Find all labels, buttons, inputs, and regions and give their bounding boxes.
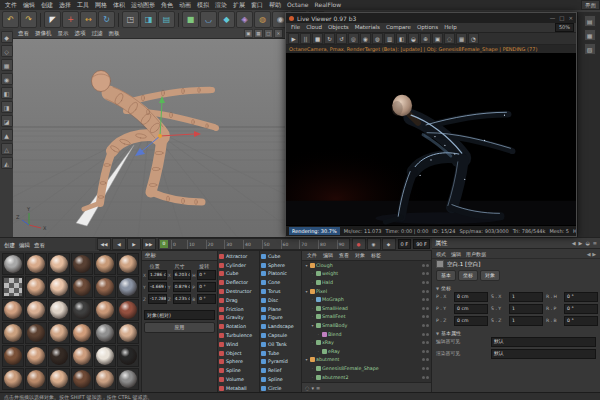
render-visibility-dot[interactable]: [426, 376, 429, 379]
kernel-settings-icon[interactable]: ▣: [432, 33, 443, 44]
render-region-icon[interactable]: ▥: [384, 33, 395, 44]
viewport-menu-item[interactable]: 过滤: [89, 29, 106, 38]
editor-visibility-dot[interactable]: [422, 264, 425, 267]
make-editable-icon[interactable]: ◆: [1, 31, 13, 43]
render-visibility-dot[interactable]: [426, 264, 429, 267]
deformer-icon[interactable]: ◈: [236, 11, 253, 28]
coordinates-mode-dropdown[interactable]: 对象(相对): [144, 310, 215, 320]
pick-object-icon[interactable]: ◍: [372, 33, 383, 44]
om-filter-icon[interactable]: ▾: [311, 385, 314, 391]
coord-system-icon[interactable]: ◳: [122, 11, 139, 28]
palette-item[interactable]: Cylinder: [219, 261, 258, 270]
render-settings-icon[interactable]: ▤: [158, 11, 175, 28]
palette-item[interactable]: Figure: [261, 314, 300, 323]
render-view-icon[interactable]: ◨: [140, 11, 157, 28]
autokey-icon[interactable]: ◉: [367, 238, 381, 250]
render-visibility-dot[interactable]: [426, 324, 429, 327]
palette-item[interactable]: Relief: [261, 366, 300, 375]
layout-switcher[interactable]: 界面: [581, 0, 600, 10]
attributes-tab[interactable]: 基本: [436, 270, 456, 281]
material-swatch[interactable]: [25, 322, 47, 344]
material-swatch[interactable]: [117, 322, 139, 344]
coordinates-dock-icon[interactable]: ▧: [584, 43, 596, 55]
palette-item[interactable]: Spline: [261, 375, 300, 384]
render-visibility-dot[interactable]: [426, 272, 429, 275]
viewport-menu-item[interactable]: 选项: [72, 29, 89, 38]
material-swatch[interactable]: [2, 253, 24, 275]
menubar-item[interactable]: RealFlow: [312, 0, 345, 10]
passes-icon[interactable]: ▦: [456, 33, 467, 44]
pane-quad-icon[interactable]: ▦: [254, 29, 263, 38]
material-swatch[interactable]: [48, 276, 70, 298]
attribute-value-field[interactable]: 1: [509, 304, 543, 314]
object-tree-row[interactable]: ·Genesis8Female_Shape: [302, 364, 431, 373]
editor-visibility-dot[interactable]: [422, 376, 425, 379]
character-wireframe[interactable]: [84, 71, 219, 210]
material-swatch[interactable]: [117, 368, 139, 390]
lock-icon[interactable]: ◒: [585, 240, 589, 246]
close-button[interactable]: ×: [568, 15, 573, 21]
material-swatch[interactable]: [71, 299, 93, 321]
palette-item[interactable]: Torus: [261, 287, 300, 296]
material-swatch[interactable]: [2, 299, 24, 321]
editor-visibility-dot[interactable]: [422, 298, 425, 301]
menubar-item[interactable]: 网格: [92, 0, 110, 10]
palette-item[interactable]: Drag: [219, 296, 258, 305]
palette-item[interactable]: Cube: [261, 252, 300, 261]
history-back-icon[interactable]: ◀: [572, 240, 576, 246]
clay-mode-icon[interactable]: ◌: [444, 33, 455, 44]
coord-value-field[interactable]: 1.286 cm: [148, 270, 167, 280]
palette-item[interactable]: Attractor: [219, 252, 258, 261]
palette-item[interactable]: Volume: [219, 375, 258, 384]
object-manager-menu-item[interactable]: 查看: [336, 251, 352, 260]
viewport-close-icon[interactable]: ×: [274, 29, 283, 38]
menubar-item[interactable]: 文件: [2, 0, 20, 10]
attributes-tab[interactable]: 坐标: [458, 270, 478, 281]
material-swatch[interactable]: [25, 368, 47, 390]
coord-value-field[interactable]: -17.288 cm: [148, 294, 167, 304]
palette-item[interactable]: Landscape: [261, 322, 300, 331]
attributes-dock-icon[interactable]: ▤: [584, 15, 596, 27]
palette-item[interactable]: Tube: [261, 349, 300, 358]
section-coordinates[interactable]: ▼ 坐标: [432, 283, 600, 292]
lv-menu-item[interactable]: Objects: [325, 23, 352, 32]
object-tree-row[interactable]: ·Hald: [302, 278, 431, 287]
menubar-item[interactable]: 扩展: [230, 0, 248, 10]
attribute-value-field[interactable]: 0 cm: [454, 292, 488, 302]
render-visibility-dot[interactable]: [426, 281, 429, 284]
lv-menu-item[interactable]: Help: [441, 23, 460, 32]
expand-open-icon[interactable]: ▾: [304, 263, 309, 268]
editor-visibility-dot[interactable]: [422, 315, 425, 318]
film-region-icon[interactable]: ◧: [396, 33, 407, 44]
palette-item[interactable]: Destructor: [219, 287, 258, 296]
pane-single-icon[interactable]: ▣: [244, 29, 253, 38]
attributes-tab[interactable]: 对象: [480, 270, 500, 281]
attribute-value-field[interactable]: 0 cm: [454, 316, 488, 326]
palette-item[interactable]: Circle: [261, 384, 300, 392]
object-tree-row[interactable]: ▾abutment: [302, 356, 431, 365]
camera-sync-icon[interactable]: ⊕: [420, 33, 431, 44]
material-swatch[interactable]: [48, 299, 70, 321]
restart-icon[interactable]: ↻: [324, 33, 335, 44]
material-swatch[interactable]: [117, 253, 139, 275]
history-forward-icon[interactable]: ▶: [579, 240, 583, 246]
render-visibility-dot[interactable]: [426, 298, 429, 301]
material-swatch[interactable]: [71, 368, 93, 390]
editor-visibility-dot[interactable]: [422, 272, 425, 275]
menubar-item[interactable]: 运动图形: [128, 0, 158, 10]
coord-value-field[interactable]: -4.669 cm: [148, 282, 167, 292]
om-search-icon[interactable]: ◌: [305, 385, 309, 391]
render-visibility-dot[interactable]: [426, 350, 429, 353]
attribute-value-field[interactable]: 0 °: [564, 304, 598, 314]
material-swatch[interactable]: [94, 276, 116, 298]
panel-menu-icon[interactable]: ≡: [593, 240, 597, 246]
om-menu-icon[interactable]: ≡: [316, 385, 320, 391]
render-visibility-dot[interactable]: [426, 333, 429, 336]
material-swatch[interactable]: [2, 276, 24, 298]
alpha-icon[interactable]: ◔: [468, 33, 479, 44]
expand-open-icon[interactable]: ▾: [304, 289, 309, 294]
palette-item[interactable]: Capsule: [261, 331, 300, 340]
material-swatch[interactable]: [48, 253, 70, 275]
pick-material-icon[interactable]: ◉: [360, 33, 371, 44]
object-tree-row[interactable]: ▾Pixel: [302, 287, 431, 296]
